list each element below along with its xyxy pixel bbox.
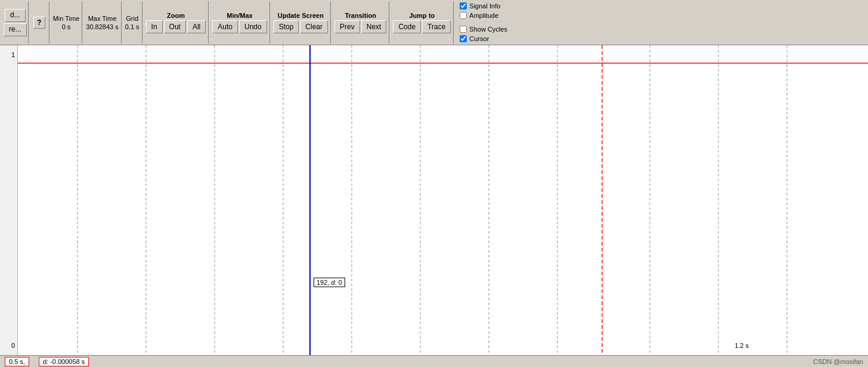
minmax-undo-button[interactable]: Undo — [239, 20, 267, 33]
max-time-value: 30.82843 s — [86, 23, 118, 30]
cursor-tooltip: 192, d: 0 — [314, 278, 345, 287]
signal-info-row: Signal Info — [460, 2, 500, 10]
clear-button[interactable]: Clear — [300, 20, 328, 33]
transition-prev-button[interactable]: Prev — [334, 20, 360, 33]
stop-button[interactable]: Stop — [274, 20, 299, 33]
cursor-label: Cursor — [469, 35, 489, 42]
minmax-auto-button[interactable]: Auto — [212, 20, 238, 33]
transition-buttons: Prev Next — [334, 20, 386, 33]
jumpto-code-button[interactable]: Code — [393, 20, 421, 33]
amplitude-row: Amplitude — [460, 12, 498, 19]
signal-info-checkbox[interactable] — [460, 2, 467, 10]
status-time-value: 0.5 s, — [9, 358, 25, 365]
update-screen-label: Update Screen — [278, 12, 324, 19]
cursor-checkbox[interactable] — [460, 35, 467, 42]
y-label-top: 1 — [2, 51, 15, 58]
zoom-section: Zoom In Out All — [144, 1, 209, 43]
show-cycles-row: Show Cycles — [460, 26, 507, 33]
show-cycles-label: Show Cycles — [469, 26, 507, 33]
help-section: ? — [30, 1, 49, 43]
jumpto-label: Jump to — [409, 12, 435, 19]
zoom-in-button[interactable]: In — [146, 20, 163, 33]
help-button[interactable]: ? — [33, 17, 45, 29]
options-section: Signal Info Amplitude Show Cycles Cursor — [455, 1, 510, 43]
update-screen-section: Update Screen Stop Clear — [271, 1, 331, 43]
y-axis: 1 0 — [0, 45, 18, 355]
waveform-canvas[interactable]: 192, d: 0 1.2 s — [18, 45, 868, 355]
main-area: 1 0 192, d: 0 — [0, 45, 868, 355]
zoom-label: Zoom — [167, 12, 185, 19]
minmax-label: Min/Max — [227, 12, 252, 19]
jumpto-trace-button[interactable]: Trace — [422, 20, 451, 33]
x-time-label: 1.2 s — [734, 342, 749, 349]
zoom-all-button[interactable]: All — [187, 20, 206, 33]
cursor-tooltip-text: 192, d: 0 — [317, 279, 342, 286]
zoom-out-button[interactable]: Out — [164, 20, 186, 33]
y-label-bottom: 0 — [2, 342, 15, 349]
cursor-row: Cursor — [460, 35, 489, 42]
update-screen-buttons: Stop Clear — [274, 20, 328, 33]
zoom-buttons: In Out All — [146, 20, 206, 33]
grid-svg — [18, 45, 868, 355]
minmax-buttons: Auto Undo — [212, 20, 266, 33]
amplitude-checkbox[interactable] — [460, 12, 467, 19]
minmax-section: Min/Max Auto Undo — [210, 1, 269, 43]
amplitude-label: Amplitude — [469, 12, 498, 19]
status-delta-box: d: -0.000058 s — [39, 357, 89, 366]
transition-section: Transition Prev Next — [332, 1, 389, 43]
status-delta-value: d: -0.000058 s — [43, 358, 85, 365]
nav-re-button[interactable]: re... — [4, 23, 27, 36]
signal-info-label: Signal Info — [469, 2, 500, 10]
jumpto-section: Jump to Code Trace — [390, 1, 454, 43]
transition-next-button[interactable]: Next — [361, 20, 387, 33]
grid-label: Grid — [126, 15, 138, 22]
grid-value: 0.1 s — [125, 23, 140, 30]
min-time-section: Min Time 0 s — [51, 1, 83, 43]
max-time-label: Max Time — [88, 15, 117, 22]
status-bar: 0.5 s, d: -0.000058 s CSDN @mosifan — [0, 355, 868, 367]
grid-section: Grid 0.1 s — [123, 1, 142, 43]
nav-d-button[interactable]: d... — [5, 9, 26, 22]
toolbar: d... re... ? Min Time 0 s Max Time 30.82… — [0, 0, 868, 45]
max-time-section: Max Time 30.82843 s — [83, 1, 121, 43]
nav-panel: d... re... — [2, 1, 29, 43]
transition-label: Transition — [345, 12, 376, 19]
min-time-label: Min Time — [53, 15, 80, 22]
watermark: CSDN @mosifan — [813, 358, 863, 365]
min-time-value: 0 s — [62, 23, 71, 30]
jumpto-buttons: Code Trace — [393, 20, 451, 33]
show-cycles-checkbox[interactable] — [460, 26, 467, 33]
status-time-box: 0.5 s, — [5, 357, 29, 366]
